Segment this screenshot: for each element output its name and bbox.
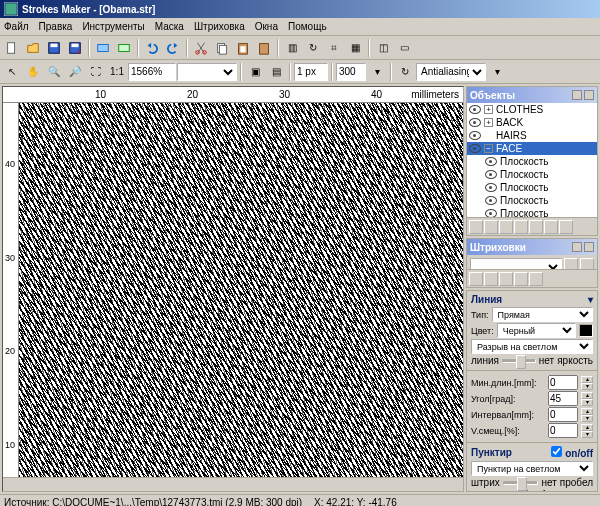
tree-row[interactable]: Плоскость [467, 181, 597, 194]
menu-windows[interactable]: Окна [255, 21, 278, 32]
tree-row[interactable]: Плоскость [467, 194, 597, 207]
spin-up-icon[interactable]: ▴ [581, 408, 593, 415]
obj-dup-button[interactable] [484, 220, 498, 234]
eye-icon[interactable] [485, 196, 497, 205]
line-type-select[interactable]: Прямая [492, 307, 593, 322]
panel-close-icon[interactable] [584, 242, 594, 252]
tree-row[interactable]: Плоскость [467, 155, 597, 168]
preset-select[interactable] [177, 63, 237, 81]
dash-mode-select[interactable]: Пунктир на светлом [471, 461, 593, 476]
scrollbar-horizontal[interactable] [3, 477, 463, 491]
line-color-select[interactable]: Черный [497, 323, 576, 338]
obj-down-button[interactable] [529, 220, 543, 234]
spin-down-icon[interactable]: ▾ [581, 431, 593, 438]
eye-icon[interactable] [469, 118, 481, 127]
subtract-button[interactable]: ▭ [394, 38, 414, 58]
obj-del-button[interactable] [499, 220, 513, 234]
flip-h-button[interactable]: ▥ [282, 38, 302, 58]
tree-row[interactable]: +CLOTHES [467, 103, 597, 116]
eye-icon[interactable] [485, 209, 497, 217]
obj-new-button[interactable] [469, 220, 483, 234]
import-button[interactable] [93, 38, 113, 58]
canvas-viewport[interactable] [19, 103, 463, 477]
angle-input[interactable] [548, 391, 578, 406]
objects-tree[interactable]: +CLOTHES +BACK HAIRS −FACE Плоскость Пло… [467, 103, 597, 217]
fit-tool[interactable]: ⛶ [86, 62, 106, 82]
zoomin-tool[interactable]: 🔍 [44, 62, 64, 82]
stroke-preset-select[interactable] [470, 258, 562, 269]
menu-hatch[interactable]: Штриховка [194, 21, 245, 32]
hand-tool[interactable]: ✋ [23, 62, 43, 82]
color-swatch[interactable] [579, 324, 593, 337]
render-btn[interactable]: ▾ [487, 62, 507, 82]
spin-down-icon[interactable]: ▾ [581, 399, 593, 406]
layer-a-button[interactable]: ▣ [245, 62, 265, 82]
spin-down-icon[interactable]: ▾ [581, 383, 593, 390]
spin-up-icon[interactable]: ▴ [581, 424, 593, 431]
eye-icon[interactable] [469, 131, 481, 140]
new-button[interactable] [2, 38, 22, 58]
tree-row[interactable]: −FACE [467, 142, 597, 155]
break-slider[interactable] [502, 359, 536, 363]
rotate-button[interactable]: ↻ [303, 38, 323, 58]
stroke-del-button[interactable] [580, 258, 594, 269]
refresh-button[interactable]: ↻ [395, 62, 415, 82]
eye-icon[interactable] [469, 105, 481, 114]
tree-row[interactable]: Плоскость [467, 207, 597, 217]
obj-opts-button[interactable] [544, 220, 558, 234]
spin-up-icon[interactable]: ▴ [581, 376, 593, 383]
undo-button[interactable] [142, 38, 162, 58]
eye-icon[interactable] [485, 170, 497, 179]
minlen-input[interactable] [548, 375, 578, 390]
paste2-button[interactable] [254, 38, 274, 58]
st-a-button[interactable] [469, 272, 483, 286]
cut-button[interactable] [191, 38, 211, 58]
menu-mask[interactable]: Маска [155, 21, 184, 32]
obj-up-button[interactable] [514, 220, 528, 234]
pointer-tool[interactable]: ↖ [2, 62, 22, 82]
st-c-button[interactable] [499, 272, 513, 286]
menu-file[interactable]: Файл [4, 21, 29, 32]
copy-button[interactable] [212, 38, 232, 58]
tree-row[interactable]: HAIRS [467, 129, 597, 142]
stroke-add-button[interactable] [564, 258, 578, 269]
open-button[interactable] [23, 38, 43, 58]
panel-close-icon[interactable] [584, 90, 594, 100]
spin-up-icon[interactable]: ▴ [581, 392, 593, 399]
menu-help[interactable]: Помощь [288, 21, 327, 32]
st-b-button[interactable] [484, 272, 498, 286]
spin-down-icon[interactable]: ▾ [581, 415, 593, 422]
tree-row[interactable]: Плоскость [467, 168, 597, 181]
redo-button[interactable] [163, 38, 183, 58]
stroke-width-input[interactable] [294, 63, 328, 81]
dpi-btn[interactable]: ▾ [367, 62, 387, 82]
crop-button[interactable]: ⌗ [324, 38, 344, 58]
dash-onoff-checkbox[interactable] [551, 446, 562, 457]
obj-more-button[interactable] [559, 220, 573, 234]
eye-icon[interactable] [469, 144, 481, 153]
eye-icon[interactable] [485, 183, 497, 192]
render-mode-select[interactable]: Antialiasing [416, 63, 486, 81]
panel-min-icon[interactable] [572, 242, 582, 252]
saveas-button[interactable] [65, 38, 85, 58]
eye-icon[interactable] [485, 157, 497, 166]
zoom-input[interactable] [128, 63, 176, 81]
zoomout-tool[interactable]: 🔎 [65, 62, 85, 82]
break-mode-select[interactable]: Разрыв на светлом [471, 339, 593, 354]
paste-button[interactable] [233, 38, 253, 58]
vshift-input[interactable] [548, 423, 578, 438]
save-button[interactable] [44, 38, 64, 58]
eraser-button[interactable]: ◫ [373, 38, 393, 58]
tree-row[interactable]: +BACK [467, 116, 597, 129]
st-d-button[interactable] [514, 272, 528, 286]
layer-b-button[interactable]: ▤ [266, 62, 286, 82]
dpi-input[interactable] [336, 63, 366, 81]
st-e-button[interactable] [529, 272, 543, 286]
dash-slider[interactable] [503, 481, 539, 485]
interval-input[interactable] [548, 407, 578, 422]
export-button[interactable] [114, 38, 134, 58]
panel-min-icon[interactable] [572, 90, 582, 100]
menu-edit[interactable]: Правка [39, 21, 73, 32]
actual-tool[interactable]: 1:1 [107, 62, 127, 82]
color-button[interactable]: ▦ [345, 38, 365, 58]
